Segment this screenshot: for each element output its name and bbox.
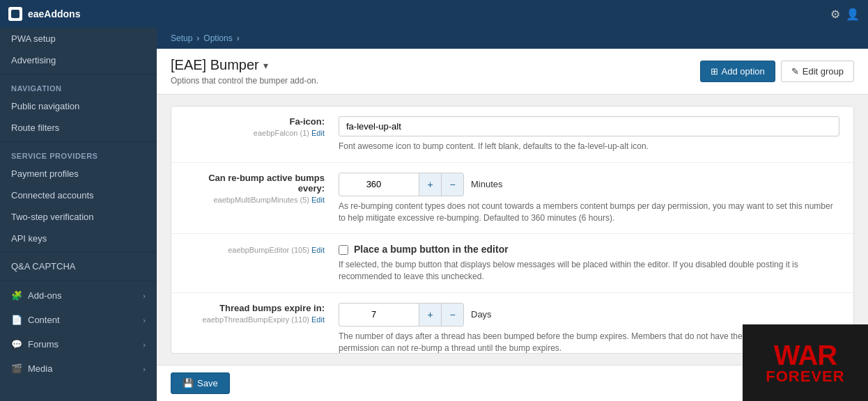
rebump-hint: As re-bumping content types does not cou… bbox=[339, 200, 839, 224]
breadcrumb-sep-1: › bbox=[196, 33, 199, 43]
option-label-col-4: Thread bumps expire in: eaebpThreadBumpE… bbox=[185, 303, 325, 324]
thread-stepper: + − bbox=[339, 303, 464, 327]
sidebar-item-addons-label: Add-ons bbox=[28, 290, 61, 301]
watermark-forever: FOREVER bbox=[766, 369, 844, 384]
save-button[interactable]: 💾 Save bbox=[171, 372, 230, 394]
rebump-unit: Minutes bbox=[471, 179, 503, 189]
sidebar-item-connected-accounts[interactable]: Connected accounts bbox=[0, 184, 157, 206]
checkbox-edit-link[interactable]: Edit bbox=[311, 246, 325, 254]
checkbox-hint: If selected, the bump button that displa… bbox=[339, 259, 839, 283]
breadcrumb-sep-2: › bbox=[237, 33, 240, 43]
fa-icon-hint: Font awesome icon to bump content. If le… bbox=[339, 141, 839, 152]
sidebar-item-forums-label: Forums bbox=[28, 339, 59, 349]
thread-minus-btn[interactable]: − bbox=[441, 304, 463, 326]
edit-group-button[interactable]: ✎ Edit group bbox=[781, 61, 854, 82]
bump-editor-checkbox[interactable] bbox=[339, 245, 348, 255]
sidebar-item-api-keys[interactable]: API keys bbox=[0, 228, 157, 249]
bump-editor-checkbox-row: Place a bump button in the editor bbox=[339, 244, 839, 255]
thread-plus-btn[interactable]: + bbox=[419, 304, 441, 326]
app-name: eaeAddons bbox=[28, 8, 80, 19]
breadcrumb: Setup › Options › bbox=[157, 28, 868, 49]
title-dropdown-arrow[interactable]: ▾ bbox=[263, 60, 268, 71]
option-row-fa-icon: Fa-icon: eaebpFalcon (1) Edit Font aweso… bbox=[171, 107, 853, 163]
rebump-input[interactable] bbox=[339, 175, 419, 194]
sidebar-item-pwa[interactable]: PWA setup bbox=[0, 28, 157, 49]
page-description: Options that control the bumper add-on. bbox=[171, 76, 318, 86]
sidebar-item-advertising[interactable]: Advertising bbox=[0, 49, 157, 71]
fa-icon-sub: eaebpFalcon (1) Edit bbox=[185, 129, 325, 137]
chat-icon: 💬 bbox=[11, 339, 22, 349]
sidebar-divider-2 bbox=[0, 141, 157, 142]
sidebar-item-forums[interactable]: 💬 Forums › bbox=[0, 332, 157, 356]
sidebar-item-content-label: Content bbox=[28, 315, 60, 325]
rebump-sublabel: eaebpMultiBumpMinutes (5) bbox=[213, 196, 309, 204]
option-label-col-2: Can re-bump active bumps every: eaebpMul… bbox=[185, 173, 325, 204]
logo-icon bbox=[8, 7, 22, 21]
chevron-right-icon-2: › bbox=[143, 316, 146, 324]
watermark-text: WAR FOREVER bbox=[766, 341, 844, 384]
fa-icon-sublabel: eaebpFalcon (1) bbox=[254, 129, 309, 137]
rebump-minus-btn[interactable]: − bbox=[441, 173, 463, 196]
option-row-checkbox: eaebpBumpEditor (105) Edit Place a bump … bbox=[171, 234, 853, 293]
options-panel: Fa-icon: eaebpFalcon (1) Edit Font aweso… bbox=[171, 106, 854, 354]
sidebar-item-addons[interactable]: 🧩 Add-ons › bbox=[0, 283, 157, 308]
bump-editor-label: Place a bump button in the editor bbox=[354, 244, 509, 255]
sidebar-item-captcha-label: Q&A CAPTCHA bbox=[11, 261, 75, 272]
sidebar-item-captcha[interactable]: Q&A CAPTCHA bbox=[0, 255, 157, 277]
user-icon[interactable]: 👤 bbox=[846, 8, 860, 21]
thread-bumps-input[interactable] bbox=[339, 305, 419, 324]
sidebar-divider-3 bbox=[0, 252, 157, 253]
option-row-rebump: Can re-bump active bumps every: eaebpMul… bbox=[171, 163, 853, 235]
save-label: Save bbox=[197, 378, 218, 388]
option-content-1: Font awesome icon to bump content. If le… bbox=[339, 116, 839, 152]
breadcrumb-setup[interactable]: Setup bbox=[171, 33, 192, 43]
page-header-right: ⊞ Add option ✎ Edit group bbox=[700, 61, 854, 82]
chevron-right-icon-3: › bbox=[143, 340, 146, 349]
thread-unit: Days bbox=[471, 309, 492, 320]
rebump-sub: eaebpMultiBumpMinutes (5) Edit bbox=[185, 196, 325, 204]
sidebar-item-public-nav-label: Public navigation bbox=[11, 101, 79, 111]
option-content-3: Place a bump button in the editor If sel… bbox=[339, 244, 839, 283]
app-logo: eaeAddons bbox=[8, 7, 80, 21]
sidebar-item-content[interactable]: 📄 Content › bbox=[0, 308, 157, 332]
sidebar-item-two-step[interactable]: Two-step verification bbox=[0, 206, 157, 228]
thread-bumps-edit-link[interactable]: Edit bbox=[311, 315, 325, 324]
chevron-right-icon-4: › bbox=[143, 365, 146, 373]
sidebar-item-media[interactable]: 🎬 Media › bbox=[0, 356, 157, 381]
settings-icon[interactable]: ⚙ bbox=[830, 8, 840, 21]
breadcrumb-options[interactable]: Options bbox=[203, 33, 232, 43]
page-header: [EAE] Bumper ▾ Options that control the … bbox=[157, 49, 868, 95]
rebump-plus-btn[interactable]: + bbox=[419, 173, 441, 196]
rebump-edit-link[interactable]: Edit bbox=[311, 196, 325, 204]
save-icon: 💾 bbox=[183, 378, 194, 388]
page-title-text: [EAE] Bumper bbox=[171, 57, 259, 73]
rebump-stepper-row: + − Minutes bbox=[339, 173, 839, 196]
top-bar: eaeAddons ⚙ 👤 bbox=[0, 0, 868, 28]
thread-bumps-label: Thread bumps expire in: bbox=[185, 303, 325, 313]
sidebar-item-payment-label: Payment profiles bbox=[11, 168, 79, 179]
option-content-2: + − Minutes As re-bumping content types … bbox=[339, 173, 839, 224]
watermark: WAR FOREVER bbox=[743, 324, 868, 401]
puzzle-icon: 🧩 bbox=[11, 290, 22, 301]
plus-icon: ⊞ bbox=[711, 66, 718, 77]
watermark-war: WAR bbox=[766, 341, 844, 369]
sidebar-item-public-nav[interactable]: Public navigation bbox=[0, 95, 157, 117]
add-option-button[interactable]: ⊞ Add option bbox=[700, 61, 775, 82]
sidebar-item-advertising-label: Advertising bbox=[11, 55, 56, 65]
fa-icon-edit-link[interactable]: Edit bbox=[311, 129, 325, 137]
file-icon: 📄 bbox=[11, 315, 22, 325]
chevron-right-icon: › bbox=[143, 292, 146, 300]
thread-bumps-sub: eaebpThreadBumpExpiry (110) Edit bbox=[185, 315, 325, 324]
add-option-label: Add option bbox=[722, 66, 765, 77]
page-header-left: [EAE] Bumper ▾ Options that control the … bbox=[171, 57, 318, 86]
thread-bumps-sublabel: eaebpThreadBumpExpiry (110) bbox=[202, 315, 309, 324]
edit-icon: ✎ bbox=[791, 66, 799, 77]
svg-rect-0 bbox=[11, 10, 20, 18]
sidebar-item-route-filters[interactable]: Route filters bbox=[0, 117, 157, 139]
fa-icon-input[interactable] bbox=[339, 116, 839, 136]
sidebar-item-payment-profiles[interactable]: Payment profiles bbox=[0, 163, 157, 184]
sidebar-section-service-providers: Service providers bbox=[0, 145, 157, 163]
sidebar-item-two-step-label: Two-step verification bbox=[11, 212, 94, 222]
sidebar-divider-4 bbox=[0, 280, 157, 281]
page-title: [EAE] Bumper ▾ bbox=[171, 57, 318, 73]
